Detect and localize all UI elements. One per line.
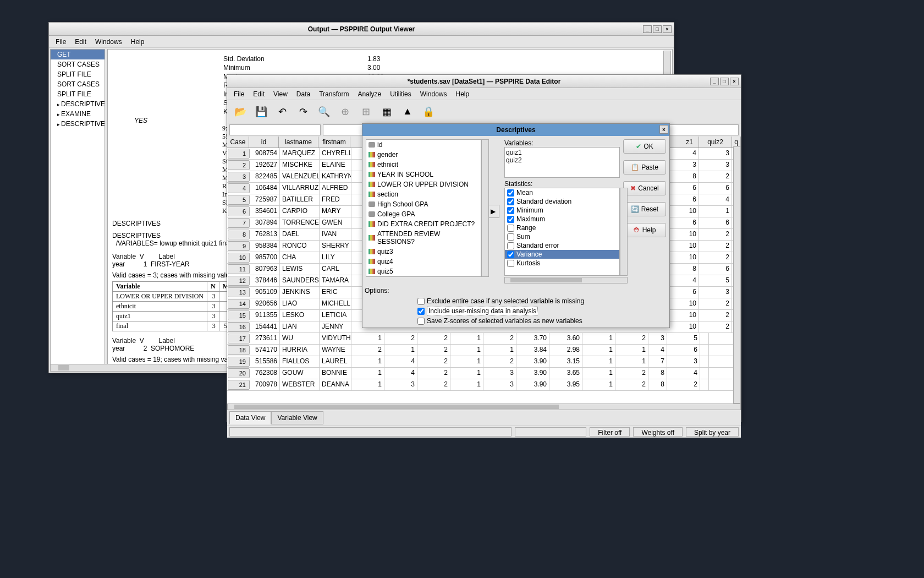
stat-checkbox[interactable] xyxy=(507,216,514,223)
col-header-case[interactable]: Case xyxy=(227,137,249,148)
case-button[interactable]: 9 xyxy=(228,241,250,251)
variable-item[interactable]: College GPA xyxy=(366,209,481,219)
stat-checkbox[interactable] xyxy=(507,251,514,258)
col-header-quiz2[interactable]: quiz2 xyxy=(699,137,732,148)
maximize-button[interactable]: □ xyxy=(653,25,662,33)
variable-item[interactable]: ATTENDED REVIEW SESSIONS? xyxy=(366,229,481,247)
case-button[interactable]: 16 xyxy=(228,322,250,332)
statistic-item[interactable]: Standard error xyxy=(505,241,619,250)
menu-view[interactable]: View xyxy=(269,89,292,99)
split-icon[interactable]: 🔒 xyxy=(421,104,436,119)
stats-hscroll[interactable] xyxy=(504,277,628,283)
case-button[interactable]: 10 xyxy=(228,253,250,263)
cancel-button[interactable]: ✖Cancel xyxy=(623,181,666,195)
col-header-firstname[interactable]: firstnam xyxy=(318,137,350,148)
case-button[interactable]: 8 xyxy=(228,230,250,239)
case-button[interactable]: 15 xyxy=(228,310,250,320)
output-titlebar[interactable]: Output — PSPPIRE Output Viewer _ □ × xyxy=(49,23,674,36)
open-icon[interactable]: 📂 xyxy=(233,104,248,119)
menu-analyze[interactable]: Analyze xyxy=(353,89,386,99)
selected-var[interactable]: quiz2 xyxy=(506,156,618,164)
variable-item[interactable]: section xyxy=(366,189,481,199)
col-header-id[interactable]: id xyxy=(249,137,279,148)
menu-utilities[interactable]: Utilities xyxy=(386,89,416,99)
case-button[interactable]: 1 xyxy=(228,149,250,159)
insert-icon[interactable]: ⊞ xyxy=(358,104,373,119)
menu-file[interactable]: File xyxy=(229,89,249,99)
menu-transform[interactable]: Transform xyxy=(315,89,353,99)
stat-checkbox[interactable] xyxy=(507,207,514,214)
variable-item[interactable]: quiz5 xyxy=(366,266,481,276)
stats-scrollbar[interactable] xyxy=(620,188,628,276)
variable-item[interactable]: YEAR IN SCHOOL xyxy=(366,170,481,179)
case-button[interactable]: 14 xyxy=(228,299,250,309)
tree-item[interactable]: DESCRIPTIVES xyxy=(51,119,105,129)
case-button[interactable]: 20 xyxy=(228,368,250,378)
opt-exclude-checkbox[interactable] xyxy=(417,298,425,305)
close-button[interactable]: × xyxy=(663,25,672,33)
case-button[interactable]: 6 xyxy=(228,206,250,216)
stat-checkbox[interactable] xyxy=(507,242,514,249)
table-row[interactable]: 18 574170 HURRIA WAYNE 212113.842.9811 4… xyxy=(227,345,741,356)
dialog-titlebar[interactable]: Descriptives × xyxy=(362,124,669,136)
case-button[interactable]: 11 xyxy=(228,264,250,274)
tree-item-get[interactable]: GET xyxy=(51,50,105,59)
statistic-item[interactable]: Minimum xyxy=(505,206,619,215)
grid-horizontal-scrollbar[interactable] xyxy=(227,403,741,410)
data-titlebar[interactable]: *students.sav [DataSet1] — PSPPIRE Data … xyxy=(227,75,741,88)
undo-icon[interactable]: ↶ xyxy=(274,104,290,119)
menu-help[interactable]: Help xyxy=(451,89,474,99)
variable-item[interactable]: quiz4 xyxy=(366,257,481,266)
case-button[interactable]: 3 xyxy=(228,172,250,182)
maximize-button[interactable]: □ xyxy=(720,78,729,85)
selected-variables-list[interactable]: quiz1 quiz2 xyxy=(504,147,620,178)
menu-file[interactable]: File xyxy=(51,37,70,47)
reset-button[interactable]: 🔄Reset xyxy=(623,202,666,216)
opt-exclude[interactable]: Exclude entire case if any selected vari… xyxy=(417,297,664,305)
case-button[interactable]: 5 xyxy=(228,195,250,205)
tree-item[interactable]: SORT CASES xyxy=(51,79,105,89)
tree-item[interactable]: SPLIT FILE xyxy=(51,69,105,79)
stat-checkbox[interactable] xyxy=(507,189,514,197)
paste-button[interactable]: 📋Paste xyxy=(623,160,666,175)
table-row[interactable]: 20 762308 GOUW BONNIE 142133.903.6512 8 … xyxy=(227,368,741,379)
variable-item[interactable]: quiz3 xyxy=(366,247,481,257)
opt-include-checkbox[interactable] xyxy=(417,308,425,315)
find-icon[interactable]: 🔍 xyxy=(316,104,332,119)
statistic-item[interactable]: Maximum xyxy=(505,215,619,223)
col-header-lastname[interactable]: lastname xyxy=(279,137,318,148)
variables-icon[interactable]: ▦ xyxy=(379,104,394,119)
statistic-item[interactable]: Range xyxy=(505,223,619,232)
tree-item[interactable]: DESCRIPTIVES xyxy=(51,99,105,109)
tree-item[interactable]: SPLIT FILE xyxy=(51,89,105,99)
ok-button[interactable]: ✔OK xyxy=(623,139,666,154)
case-button[interactable]: 2 xyxy=(228,160,250,170)
statistics-list[interactable]: MeanStandard deviationMinimumMaximumRang… xyxy=(504,188,620,276)
stat-checkbox[interactable] xyxy=(507,225,514,232)
tree-item[interactable]: EXAMINE xyxy=(51,109,105,119)
menu-windows[interactable]: Windows xyxy=(91,37,127,47)
col-header-q[interactable]: q xyxy=(732,137,741,148)
statistic-item[interactable]: Sum xyxy=(505,232,619,241)
case-button[interactable]: 7 xyxy=(228,218,250,228)
variable-item[interactable]: High School GPA xyxy=(366,199,481,209)
menu-edit[interactable]: Edit xyxy=(70,37,91,47)
output-tree[interactable]: GET SORT CASES SPLIT FILE SORT CASES SPL… xyxy=(50,49,105,372)
menu-edit[interactable]: Edit xyxy=(249,89,269,99)
variable-item[interactable]: id xyxy=(366,140,481,150)
variable-item[interactable]: LOWER OR UPPER DIVISION xyxy=(366,179,481,189)
case-button[interactable]: 13 xyxy=(228,287,250,297)
list-scrollbar[interactable] xyxy=(481,139,489,277)
table-row[interactable]: 19 515586 FIALLOS LAUREL 142123.903.1511… xyxy=(227,356,741,368)
tab-variable-view[interactable]: Variable View xyxy=(271,411,323,424)
help-button[interactable]: ⛑Help xyxy=(623,223,666,237)
menu-windows[interactable]: Windows xyxy=(416,89,452,99)
case-button[interactable]: 19 xyxy=(228,357,250,367)
minimize-button[interactable]: _ xyxy=(710,78,719,85)
table-row[interactable]: 21 700978 WEBSTER DEANNA 132133.903.9512… xyxy=(227,379,741,391)
variable-item[interactable]: ethnicit xyxy=(366,160,481,170)
variable-item[interactable]: final xyxy=(366,276,481,277)
stat-checkbox[interactable] xyxy=(507,198,514,205)
stat-checkbox[interactable] xyxy=(507,260,514,267)
case-button[interactable]: 21 xyxy=(228,380,250,390)
